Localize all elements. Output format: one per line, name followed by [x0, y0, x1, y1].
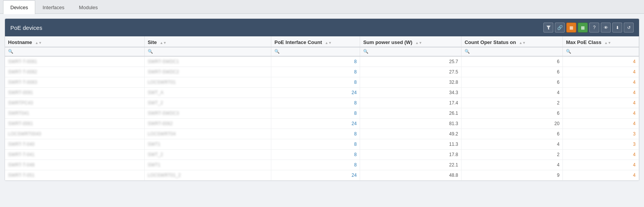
- cell-poe-count: 8: [271, 77, 360, 88]
- search-icon-sum-power: 🔍: [363, 49, 368, 54]
- cell-sum-power: 26.1: [360, 108, 461, 119]
- sort-arrow-max-poe: ▲▼: [604, 41, 611, 45]
- cell-site: SWT_A: [144, 88, 271, 98]
- col-header-max-poe[interactable]: Max PoE Class ▲▼: [563, 36, 639, 47]
- link-button[interactable]: 🔗: [555, 23, 565, 33]
- cell-oper-status: 6: [461, 77, 563, 88]
- search-input-oper-status[interactable]: [471, 49, 559, 54]
- cell-sum-power: 17.8: [360, 150, 461, 160]
- table-row: SWRTPC43 SWT_2 8 17.4 2 4: [5, 98, 639, 108]
- cell-hostname: SWRT-0091: [5, 88, 144, 98]
- col-header-sum-power[interactable]: Sum power used (W) ▲▼: [360, 36, 461, 47]
- cell-sum-power: 11.3: [360, 139, 461, 150]
- sort-arrow-poe-count: ▲▼: [325, 41, 332, 45]
- cell-poe-count: 8: [271, 150, 360, 160]
- cell-sum-power: 22.1: [360, 160, 461, 170]
- table-row: SWRT-T-040 SWT1 8 11.3 4 3: [5, 139, 639, 150]
- chart-green-button[interactable]: ▦: [578, 23, 588, 33]
- cell-sum-power: 34.3: [360, 88, 461, 98]
- filter-button[interactable]: [543, 23, 553, 33]
- table-row: SWRT-T-051 LOCSWRT01_2 24 48.8 9 4: [5, 170, 639, 181]
- cell-hostname: LOCSWRT0043: [5, 129, 144, 139]
- cell-max-poe: 3: [563, 139, 639, 150]
- cell-hostname: SWRTPC43: [5, 98, 144, 108]
- cell-site: SWT1: [144, 139, 271, 150]
- table-row: SWRT-0061 SWRT-0062 24 81.3 20 4: [5, 119, 639, 129]
- cell-poe-count: 24: [271, 119, 360, 129]
- search-cell-oper-status: 🔍: [461, 47, 563, 56]
- cell-sum-power: 25.7: [360, 56, 461, 67]
- cell-site: LOCSWRT04: [144, 129, 271, 139]
- sort-arrow-site: ▲▼: [160, 41, 166, 45]
- download-button[interactable]: ⬇: [612, 23, 622, 33]
- cell-oper-status: 4: [461, 139, 563, 150]
- cell-max-poe: 4: [563, 98, 639, 108]
- cell-site: SWRT-0062: [144, 119, 271, 129]
- search-input-hostname[interactable]: [15, 49, 141, 54]
- search-cell-sum-power: 🔍: [360, 47, 461, 56]
- cell-sum-power: 32.8: [360, 77, 461, 88]
- cell-max-poe: 4: [563, 108, 639, 119]
- poe-devices-table: Hostname ▲▼ Site ▲▼ PoE Interface Count …: [5, 36, 639, 181]
- tab-modules[interactable]: Modules: [72, 0, 105, 14]
- table-row: SWRT-T-041 SWT_2 8 17.8 2 4: [5, 150, 639, 160]
- cell-site: SWT1: [144, 160, 271, 170]
- cell-oper-status: 2: [461, 150, 563, 160]
- cell-max-poe: 4: [563, 160, 639, 170]
- search-icon-site: 🔍: [148, 49, 153, 54]
- table-row: LOCSWRT0043 LOCSWRT04 8 49.2 6 3: [5, 129, 639, 139]
- cell-poe-count: 8: [271, 160, 360, 170]
- cell-poe-count: 8: [271, 67, 360, 77]
- table-row: SWRT-T-0082 SWRT-SWDC2 8 27.5 6 4: [5, 67, 639, 77]
- cell-max-poe: 4: [563, 170, 639, 181]
- table-container: Hostname ▲▼ Site ▲▼ PoE Interface Count …: [5, 36, 639, 181]
- cell-site: SWT_2: [144, 150, 271, 160]
- search-input-max-poe[interactable]: [572, 49, 636, 54]
- panel-header: PoE devices 🔗 ▦ ▦ ? 👁 ⬇: [5, 19, 639, 36]
- svg-marker-0: [546, 26, 551, 30]
- panel-title: PoE devices: [10, 24, 42, 31]
- col-header-poe-count[interactable]: PoE Interface Count ▲▼: [271, 36, 360, 47]
- tab-interfaces[interactable]: Interfaces: [35, 0, 72, 14]
- eye-button[interactable]: 👁: [601, 23, 611, 33]
- cell-max-poe: 4: [563, 119, 639, 129]
- refresh-button[interactable]: ↺: [624, 23, 634, 33]
- tab-devices[interactable]: Devices: [3, 0, 35, 14]
- cell-sum-power: 27.5: [360, 67, 461, 77]
- cell-hostname: SWRT-T-040: [5, 139, 144, 150]
- search-input-site[interactable]: [154, 49, 268, 54]
- cell-hostname: SWRT-T-0082: [5, 67, 144, 77]
- table-row: SWRT041 SWRT-SWDC3 8 26.1 6 4: [5, 108, 639, 119]
- cell-site: SWRT-SWDC1: [144, 56, 271, 67]
- cell-hostname: SWRT-T-051: [5, 170, 144, 181]
- cell-poe-count: 8: [271, 56, 360, 67]
- cell-poe-count: 8: [271, 129, 360, 139]
- chart-orange-button[interactable]: ▦: [566, 23, 576, 33]
- table-row: SWRT-T-048 SWT1 8 22.1 4 4: [5, 160, 639, 170]
- cell-site: SWT_2: [144, 98, 271, 108]
- search-icon-hostname: 🔍: [8, 49, 13, 54]
- help-button[interactable]: ?: [589, 23, 599, 33]
- search-input-sum-power[interactable]: [370, 49, 458, 54]
- search-icon-max-poe: 🔍: [566, 49, 571, 54]
- col-header-hostname[interactable]: Hostname ▲▼: [5, 36, 144, 47]
- cell-oper-status: 6: [461, 56, 563, 67]
- cell-poe-count: 8: [271, 108, 360, 119]
- search-input-poe-count[interactable]: [281, 49, 357, 54]
- search-cell-hostname: 🔍: [5, 47, 144, 56]
- cell-poe-count: 24: [271, 88, 360, 98]
- cell-site: SWRT-SWDC2: [144, 67, 271, 77]
- col-header-site[interactable]: Site ▲▼: [144, 36, 271, 47]
- cell-hostname: SWRT-T-048: [5, 160, 144, 170]
- cell-oper-status: 20: [461, 119, 563, 129]
- search-cell-poe-count: 🔍: [271, 47, 360, 56]
- cell-poe-count: 24: [271, 170, 360, 181]
- cell-hostname: SWRT-T-041: [5, 150, 144, 160]
- cell-oper-status: 9: [461, 170, 563, 181]
- search-cell-site: 🔍: [144, 47, 271, 56]
- cell-hostname: SWRT-T-0081: [5, 56, 144, 67]
- col-header-oper-status[interactable]: Count Oper Status on ▲▼: [461, 36, 563, 47]
- cell-site: SWRT-SWDC3: [144, 108, 271, 119]
- cell-oper-status: 2: [461, 98, 563, 108]
- table-row: SWRT-T-0081 SWRT-SWDC1 8 25.7 6 4: [5, 56, 639, 67]
